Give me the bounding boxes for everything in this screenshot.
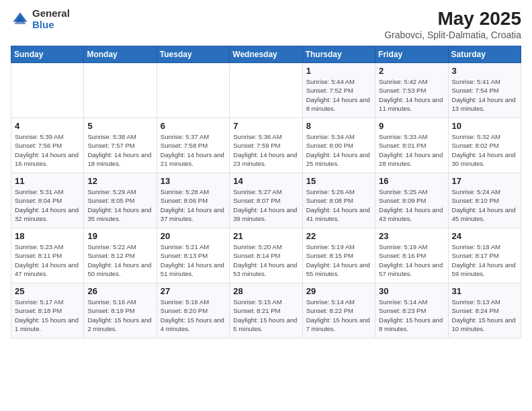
day-number: 1 <box>306 66 371 76</box>
day-detail: Sunrise: 5:25 AM Sunset: 8:09 PM Dayligh… <box>379 187 444 223</box>
main-title: May 2025 <box>384 8 521 30</box>
header-row: Sunday Monday Tuesday Wednesday Thursday… <box>11 46 521 63</box>
col-wednesday: Wednesday <box>230 46 302 63</box>
title-block: May 2025 Grabovci, Split-Dalmatia, Croat… <box>384 8 521 40</box>
day-detail: Sunrise: 5:16 AM Sunset: 8:20 PM Dayligh… <box>161 298 226 333</box>
day-number: 26 <box>87 286 152 296</box>
day-number: 2 <box>379 66 444 76</box>
day-detail: Sunrise: 5:14 AM Sunset: 8:23 PM Dayligh… <box>379 298 444 333</box>
day-detail: Sunrise: 5:37 AM Sunset: 7:58 PM Dayligh… <box>161 132 226 168</box>
day-detail: Sunrise: 5:14 AM Sunset: 8:22 PM Dayligh… <box>306 298 371 333</box>
day-number: 17 <box>452 176 517 186</box>
day-detail: Sunrise: 5:20 AM Sunset: 8:14 PM Dayligh… <box>233 242 298 278</box>
day-number: 14 <box>233 176 298 186</box>
day-detail: Sunrise: 5:36 AM Sunset: 7:59 PM Dayligh… <box>233 132 298 168</box>
day-detail: Sunrise: 5:13 AM Sunset: 8:24 PM Dayligh… <box>452 298 517 333</box>
day-number: 3 <box>452 66 517 76</box>
calendar-header: Sunday Monday Tuesday Wednesday Thursday… <box>11 46 521 63</box>
day-number: 4 <box>15 121 80 131</box>
day-number: 24 <box>452 231 517 241</box>
logo-general-text: General <box>32 8 70 19</box>
day-detail: Sunrise: 5:26 AM Sunset: 8:08 PM Dayligh… <box>306 187 371 223</box>
calendar-cell: 8Sunrise: 5:34 AM Sunset: 8:00 PM Daylig… <box>302 118 375 173</box>
day-detail: Sunrise: 5:19 AM Sunset: 8:16 PM Dayligh… <box>379 242 444 278</box>
day-detail: Sunrise: 5:29 AM Sunset: 8:05 PM Dayligh… <box>87 187 152 223</box>
calendar-cell: 31Sunrise: 5:13 AM Sunset: 8:24 PM Dayli… <box>448 283 521 338</box>
day-detail: Sunrise: 5:17 AM Sunset: 8:18 PM Dayligh… <box>15 298 80 333</box>
calendar-cell: 28Sunrise: 5:15 AM Sunset: 8:21 PM Dayli… <box>230 283 302 338</box>
day-detail: Sunrise: 5:41 AM Sunset: 7:54 PM Dayligh… <box>452 77 517 113</box>
calendar-cell: 4Sunrise: 5:39 AM Sunset: 7:56 PM Daylig… <box>11 118 84 173</box>
calendar-cell: 6Sunrise: 5:37 AM Sunset: 7:58 PM Daylig… <box>157 118 229 173</box>
day-number: 5 <box>87 121 152 131</box>
day-detail: Sunrise: 5:44 AM Sunset: 7:52 PM Dayligh… <box>306 77 371 113</box>
day-number: 6 <box>161 121 226 131</box>
day-number: 27 <box>161 286 226 296</box>
day-detail: Sunrise: 5:18 AM Sunset: 8:17 PM Dayligh… <box>452 242 517 278</box>
day-detail: Sunrise: 5:33 AM Sunset: 8:01 PM Dayligh… <box>379 132 444 168</box>
calendar-cell: 26Sunrise: 5:16 AM Sunset: 8:19 PM Dayli… <box>84 283 157 338</box>
calendar-cell <box>157 63 229 118</box>
day-detail: Sunrise: 5:24 AM Sunset: 8:10 PM Dayligh… <box>452 187 517 223</box>
calendar-cell: 25Sunrise: 5:17 AM Sunset: 8:18 PM Dayli… <box>11 283 84 338</box>
calendar-cell: 1Sunrise: 5:44 AM Sunset: 7:52 PM Daylig… <box>302 63 375 118</box>
day-number: 9 <box>379 121 444 131</box>
day-number: 10 <box>452 121 517 131</box>
col-friday: Friday <box>375 46 448 63</box>
calendar-cell: 30Sunrise: 5:14 AM Sunset: 8:23 PM Dayli… <box>375 283 448 338</box>
calendar-cell: 10Sunrise: 5:32 AM Sunset: 8:02 PM Dayli… <box>448 118 521 173</box>
calendar-cell: 15Sunrise: 5:26 AM Sunset: 8:08 PM Dayli… <box>302 173 375 228</box>
day-detail: Sunrise: 5:39 AM Sunset: 7:56 PM Dayligh… <box>15 132 80 168</box>
col-tuesday: Tuesday <box>157 46 229 63</box>
calendar-cell: 9Sunrise: 5:33 AM Sunset: 8:01 PM Daylig… <box>375 118 448 173</box>
calendar-cell: 17Sunrise: 5:24 AM Sunset: 8:10 PM Dayli… <box>448 173 521 228</box>
col-thursday: Thursday <box>302 46 375 63</box>
logo: General Blue <box>11 8 70 30</box>
page-container: General Blue May 2025 Grabovci, Split-Da… <box>0 0 532 344</box>
day-detail: Sunrise: 5:22 AM Sunset: 8:12 PM Dayligh… <box>87 242 152 278</box>
day-detail: Sunrise: 5:15 AM Sunset: 8:21 PM Dayligh… <box>233 298 298 333</box>
calendar-cell: 13Sunrise: 5:28 AM Sunset: 8:06 PM Dayli… <box>157 173 229 228</box>
day-number: 16 <box>379 176 444 186</box>
day-number: 15 <box>306 176 371 186</box>
day-number: 21 <box>233 231 298 241</box>
calendar-cell: 27Sunrise: 5:16 AM Sunset: 8:20 PM Dayli… <box>157 283 229 338</box>
calendar-week-1: 1Sunrise: 5:44 AM Sunset: 7:52 PM Daylig… <box>11 63 521 118</box>
calendar-cell: 18Sunrise: 5:23 AM Sunset: 8:11 PM Dayli… <box>11 228 84 283</box>
calendar-week-2: 4Sunrise: 5:39 AM Sunset: 7:56 PM Daylig… <box>11 118 521 173</box>
calendar-cell: 7Sunrise: 5:36 AM Sunset: 7:59 PM Daylig… <box>230 118 302 173</box>
day-number: 13 <box>161 176 226 186</box>
day-number: 23 <box>379 231 444 241</box>
day-detail: Sunrise: 5:38 AM Sunset: 7:57 PM Dayligh… <box>87 132 152 168</box>
col-monday: Monday <box>84 46 157 63</box>
calendar-cell: 20Sunrise: 5:21 AM Sunset: 8:13 PM Dayli… <box>157 228 229 283</box>
calendar-cell: 3Sunrise: 5:41 AM Sunset: 7:54 PM Daylig… <box>448 63 521 118</box>
col-saturday: Saturday <box>448 46 521 63</box>
calendar-week-5: 25Sunrise: 5:17 AM Sunset: 8:18 PM Dayli… <box>11 283 521 338</box>
calendar-cell <box>230 63 302 118</box>
calendar-cell: 5Sunrise: 5:38 AM Sunset: 7:57 PM Daylig… <box>84 118 157 173</box>
day-number: 31 <box>452 286 517 296</box>
day-number: 11 <box>15 176 80 186</box>
day-number: 28 <box>233 286 298 296</box>
calendar-cell: 23Sunrise: 5:19 AM Sunset: 8:16 PM Dayli… <box>375 228 448 283</box>
calendar-cell: 21Sunrise: 5:20 AM Sunset: 8:14 PM Dayli… <box>230 228 302 283</box>
calendar-cell: 2Sunrise: 5:42 AM Sunset: 7:53 PM Daylig… <box>375 63 448 118</box>
day-detail: Sunrise: 5:34 AM Sunset: 8:00 PM Dayligh… <box>306 132 371 168</box>
day-detail: Sunrise: 5:19 AM Sunset: 8:15 PM Dayligh… <box>306 242 371 278</box>
logo-text: General Blue <box>32 8 70 30</box>
calendar-cell: 24Sunrise: 5:18 AM Sunset: 8:17 PM Dayli… <box>448 228 521 283</box>
day-detail: Sunrise: 5:28 AM Sunset: 8:06 PM Dayligh… <box>161 187 226 223</box>
calendar-cell: 29Sunrise: 5:14 AM Sunset: 8:22 PM Dayli… <box>302 283 375 338</box>
day-detail: Sunrise: 5:27 AM Sunset: 8:07 PM Dayligh… <box>233 187 298 223</box>
calendar-body: 1Sunrise: 5:44 AM Sunset: 7:52 PM Daylig… <box>11 63 521 338</box>
day-number: 25 <box>15 286 80 296</box>
calendar-table: Sunday Monday Tuesday Wednesday Thursday… <box>11 46 521 338</box>
logo-icon <box>11 10 30 29</box>
calendar-cell: 22Sunrise: 5:19 AM Sunset: 8:15 PM Dayli… <box>302 228 375 283</box>
day-number: 7 <box>233 121 298 131</box>
day-detail: Sunrise: 5:23 AM Sunset: 8:11 PM Dayligh… <box>15 242 80 278</box>
day-detail: Sunrise: 5:42 AM Sunset: 7:53 PM Dayligh… <box>379 77 444 113</box>
day-number: 18 <box>15 231 80 241</box>
calendar-week-3: 11Sunrise: 5:31 AM Sunset: 8:04 PM Dayli… <box>11 173 521 228</box>
